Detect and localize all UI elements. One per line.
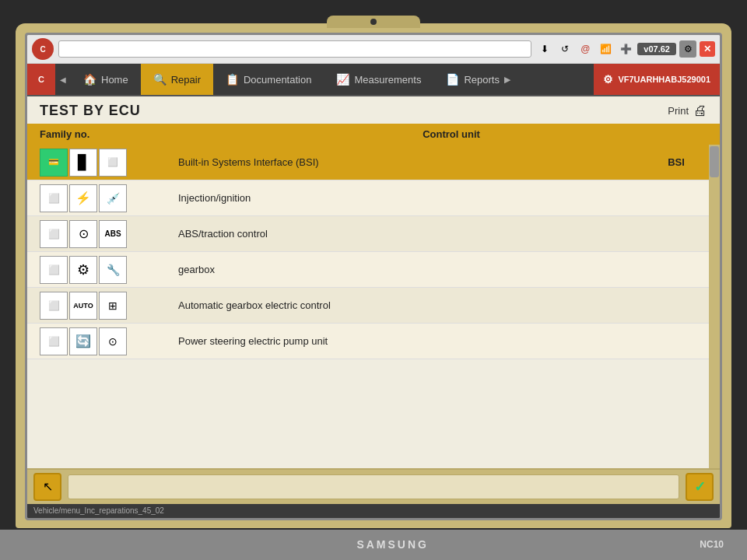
tab-repair[interactable]: 🔍 Repair xyxy=(141,64,213,95)
scrollbar-thumb[interactable] xyxy=(710,146,719,177)
inj-icon-2: ⚡ xyxy=(69,184,97,212)
agb-icon-3: ⊞ xyxy=(99,292,127,320)
ecu-row-injection[interactable]: ⬜ ⚡ 💉 Injection/ignition xyxy=(27,180,720,216)
confirm-icon: ✓ xyxy=(694,478,706,495)
tab-measure-label: Measurements xyxy=(354,74,421,86)
bottom-bar: ↖ ✓ xyxy=(27,468,720,504)
ecu-icons-autogb: ⬜ AUTO ⊞ xyxy=(40,292,172,320)
measure-icon: 📈 xyxy=(336,73,349,86)
bsi-label: Built-in Systems Interface (BSI) xyxy=(172,156,645,168)
ecu-icons-bsi: 💳 ▊ ⬜ xyxy=(40,149,172,177)
confirm-button[interactable]: ✓ xyxy=(686,473,714,501)
signal-icon: 📶 xyxy=(597,40,614,58)
tab-reports-label: Reports xyxy=(464,74,500,86)
email-icon[interactable]: @ xyxy=(577,40,594,58)
close-button[interactable]: ✕ xyxy=(700,41,715,57)
table-header: Family no. Control unit xyxy=(27,124,720,145)
agb-icon-2: AUTO xyxy=(69,292,97,320)
injection-label: Injection/ignition xyxy=(172,192,645,204)
cursor-icon: ↖ xyxy=(43,479,53,494)
plus-icon[interactable]: ➕ xyxy=(617,40,634,58)
app-content: C ◀ 🏠 Home 🔍 Repair 📋 Documentation 📈 Me… xyxy=(27,64,720,518)
brand-logo: C xyxy=(27,64,55,95)
gb-icon-3: 🔧 xyxy=(99,256,127,284)
ecu-icons-abs: ⬜ ⊙ ABS xyxy=(40,220,172,248)
vin-icon: ⚙ xyxy=(603,73,613,86)
cursor-button[interactable]: ↖ xyxy=(33,473,61,501)
status-text: Vehicle/menu_Inc_reparations_45_02 xyxy=(33,506,164,515)
main-area: ▶ TEST BY ECU Print 🖨 Family no. Control… xyxy=(27,96,720,518)
ecu-icons-gearbox: ⬜ ⚙ 🔧 xyxy=(40,256,172,284)
tab-reports[interactable]: 📄 Reports ▶ xyxy=(433,64,523,95)
reports-arrow: ▶ xyxy=(504,75,510,85)
home-icon: 🏠 xyxy=(83,73,96,86)
repair-icon: 🔍 xyxy=(153,73,167,86)
steering-label: Power steering electric pump unit xyxy=(172,335,645,347)
tab-documentation[interactable]: 📋 Documentation xyxy=(213,64,324,95)
ecu-icons-steering: ⬜ 🔄 ⊙ xyxy=(40,327,172,355)
page-title: TEST BY ECU xyxy=(40,103,141,119)
samsung-brand: SAMSUNG xyxy=(356,538,429,551)
inj-icon-3: 💉 xyxy=(99,184,127,212)
header-control-unit: Control unit xyxy=(195,128,707,140)
ps-icon-2: 🔄 xyxy=(69,327,97,355)
browser-icons: ⬇ ↺ @ 📶 ➕ v07.62 ⚙ ✕ xyxy=(536,40,715,58)
abs-icon-3: ABS xyxy=(99,220,127,248)
inj-icon-1: ⬜ xyxy=(40,184,68,212)
scrollbar[interactable] xyxy=(709,145,720,468)
ecu-row-abs[interactable]: ⬜ ⊙ ABS ABS/traction control xyxy=(27,216,720,252)
title-bar: TEST BY ECU Print 🖨 xyxy=(27,96,720,124)
tab-doc-label: Documentation xyxy=(244,74,311,86)
tab-repair-label: Repair xyxy=(171,74,201,86)
webcam-bump xyxy=(327,16,420,28)
gb-icon-2: ⚙ xyxy=(69,256,97,284)
abs-label: ABS/traction control xyxy=(172,228,645,240)
abs-icon-1: ⬜ xyxy=(40,220,68,248)
vin-value: VF7UARHHABJ529001 xyxy=(618,75,710,84)
autogb-label: Automatic gearbox electric control xyxy=(172,299,645,311)
bsi-icon-1: 💳 xyxy=(40,149,68,177)
browser-logo: C xyxy=(32,38,54,60)
browser-chrome: C ⬇ ↺ @ 📶 ➕ v07.62 ⚙ ✕ xyxy=(27,35,720,64)
webcam-dot xyxy=(370,19,377,25)
print-button[interactable]: Print 🖨 xyxy=(668,103,707,119)
tab-home[interactable]: 🏠 Home xyxy=(71,64,141,95)
agb-icon-1: ⬜ xyxy=(40,292,68,320)
print-icon: 🖨 xyxy=(693,103,707,119)
header-family: Family no. xyxy=(40,128,195,140)
bsi-icon-3: ⬜ xyxy=(99,149,127,177)
screen: C ⬇ ↺ @ 📶 ➕ v07.62 ⚙ ✕ C ◀ 🏠 Home xyxy=(25,33,722,520)
reports-icon: 📄 xyxy=(446,73,459,86)
ps-icon-1: ⬜ xyxy=(40,327,68,355)
version-badge: v07.62 xyxy=(637,43,676,55)
nav-back-arrow[interactable]: ◀ xyxy=(55,64,71,95)
bsi-value: BSI xyxy=(645,156,707,168)
laptop-model: NC10 xyxy=(700,539,724,550)
abs-icon-2: ⊙ xyxy=(69,220,97,248)
status-bar: Vehicle/menu_Inc_reparations_45_02 xyxy=(27,504,720,518)
ecu-list: 💳 ▊ ⬜ Built-in Systems Interface (BSI) B… xyxy=(27,145,720,468)
gb-icon-1: ⬜ xyxy=(40,256,68,284)
settings-icon[interactable]: ⚙ xyxy=(679,40,696,58)
address-bar[interactable] xyxy=(58,40,531,58)
ecu-row-auto-gearbox[interactable]: ⬜ AUTO ⊞ Automatic gearbox electric cont… xyxy=(27,288,720,324)
tab-home-label: Home xyxy=(101,74,128,86)
ecu-row-bsi[interactable]: 💳 ▊ ⬜ Built-in Systems Interface (BSI) B… xyxy=(27,145,720,180)
doc-icon: 📋 xyxy=(226,73,239,86)
ps-icon-3: ⊙ xyxy=(99,327,127,355)
nav-bar: C ◀ 🏠 Home 🔍 Repair 📋 Documentation 📈 Me… xyxy=(27,64,720,96)
tab-measurements[interactable]: 📈 Measurements xyxy=(324,64,433,95)
vin-display: ⚙ VF7UARHHABJ529001 xyxy=(594,64,720,95)
samsung-bar: SAMSUNG NC10 xyxy=(0,530,747,560)
print-label: Print xyxy=(668,105,689,117)
back-icon[interactable]: ↺ xyxy=(556,40,573,58)
input-field[interactable] xyxy=(68,474,679,499)
ecu-row-gearbox[interactable]: ⬜ ⚙ 🔧 gearbox xyxy=(27,252,720,288)
ecu-row-power-steering[interactable]: ⬜ 🔄 ⊙ Power steering electric pump unit xyxy=(27,324,720,359)
bsi-icon-2: ▊ xyxy=(69,149,97,177)
download-icon[interactable]: ⬇ xyxy=(536,40,553,58)
ecu-icons-injection: ⬜ ⚡ 💉 xyxy=(40,184,172,212)
gearbox-label: gearbox xyxy=(172,264,645,275)
